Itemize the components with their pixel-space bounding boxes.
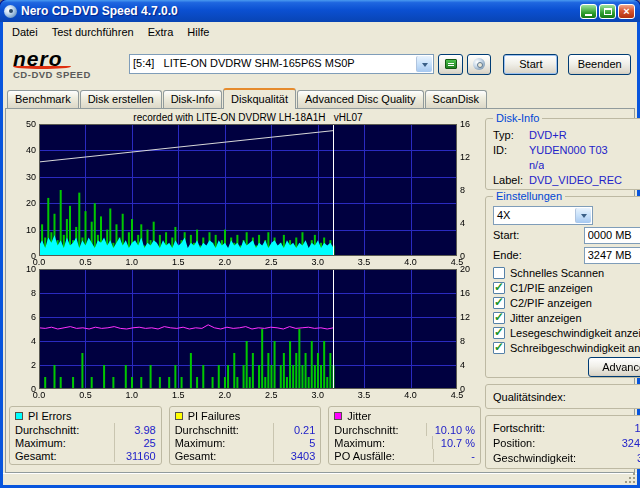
menu-extra[interactable]: Extra	[141, 25, 181, 39]
axis-tick-label: 1.0	[126, 257, 139, 267]
checkbox-box: ✓	[493, 327, 505, 339]
disc-app-icon	[4, 5, 17, 18]
stat-value: 5	[273, 436, 315, 449]
stat-label: Maximum:	[15, 437, 66, 449]
minimize-icon	[585, 14, 592, 16]
tab-disk-erstellen[interactable]: Disk erstellen	[80, 90, 162, 108]
settings-group: Einstellungen 4X ↻ Start: Ende:	[485, 196, 640, 378]
advanced-button[interactable]: Advanced	[588, 357, 640, 377]
resize-grip[interactable]	[623, 473, 637, 485]
title-bar[interactable]: Nero CD-DVD Speed 4.7.0.0 ×	[0, 0, 640, 22]
scan-speed-selector[interactable]: 4X	[493, 206, 593, 225]
axis-tick-label: 2.5	[265, 257, 278, 267]
close-button[interactable]: ×	[618, 4, 635, 19]
scan-speed-dropdown-button[interactable]	[575, 208, 591, 223]
titlebar-buttons: ×	[580, 4, 635, 19]
pi-errors-chart-canvas	[39, 124, 457, 256]
disk-firmware-value: n/a	[529, 159, 544, 171]
menu-datei[interactable]: Datei	[5, 25, 45, 39]
disc-info-button[interactable]	[438, 54, 463, 75]
drive-selector-dropdown-button[interactable]	[416, 56, 432, 72]
stat-value: 10.10 %	[426, 423, 475, 436]
axis-tick-label: 8	[31, 289, 36, 298]
checkbox-c1-pie[interactable]: ✓ C1/PIE anzeigen	[486, 280, 640, 295]
quality-index-label: Qualitätsindex:	[493, 391, 566, 403]
stat-label: PO Ausfälle:	[334, 450, 395, 462]
stat-value: 3.98	[114, 423, 156, 436]
book-icon	[445, 59, 457, 69]
axis-tick-label: 20	[26, 199, 36, 208]
pi-errors-chart: 50403020100 1612840 0.00.51.01.52.02.53.…	[9, 124, 481, 269]
minimize-button[interactable]	[580, 4, 597, 19]
pi-failures-left-axis-labels: 1086420	[9, 269, 39, 389]
window-client-area: Datei Test durchführen Extra Hilfe nero …	[3, 22, 637, 485]
statistics-row: PI Errors Durchschnitt:3.98 Maximum:25 G…	[9, 406, 481, 465]
maximize-icon	[604, 8, 612, 15]
axis-tick-label: 3.0	[311, 257, 324, 267]
speed-label: Geschwindigkeit:	[493, 452, 576, 464]
menu-hilfe[interactable]: Hilfe	[180, 25, 216, 39]
checkbox-read-speed[interactable]: ✓ Lesegeschwindigkeit anzeigen	[486, 325, 640, 340]
end-position-input[interactable]	[584, 247, 640, 264]
axis-tick-label: 1.0	[126, 390, 139, 400]
drive-selector[interactable]: [5:4] LITE-ON DVDRW SHM-165P6S MS0P	[129, 54, 434, 74]
axis-tick-label: 2.0	[219, 257, 232, 267]
axis-tick-label: 12	[460, 313, 470, 322]
menu-bar: Datei Test durchführen Extra Hilfe	[3, 22, 637, 41]
stat-value: -	[433, 449, 475, 462]
tab-scandisk[interactable]: ScanDisk	[425, 90, 487, 108]
axis-tick-label: 0.5	[79, 390, 92, 400]
pi-errors-stats-group: PI Errors Durchschnitt:3.98 Maximum:25 G…	[9, 406, 162, 465]
tab-disk-info[interactable]: Disk-Info	[163, 90, 222, 108]
maximize-button[interactable]	[599, 4, 616, 19]
checkbox-box: ✓	[493, 342, 505, 354]
chevron-down-icon	[422, 63, 428, 70]
tab-benchmark[interactable]: Benchmark	[7, 90, 79, 108]
menu-test-durchfuehren[interactable]: Test durchführen	[45, 25, 141, 39]
axis-tick-label: 12	[460, 153, 470, 162]
disk-info-label: Typ:	[493, 129, 529, 141]
progress-value: 100 %	[634, 422, 640, 434]
axis-tick-label: 4	[460, 219, 465, 228]
checkbox-jitter[interactable]: ✓ Jitter anzeigen	[486, 310, 640, 325]
checkbox-fast-scan[interactable]: ✓ Schnelles Scannen	[486, 265, 640, 280]
tab-strip: Benchmark Disk erstellen Disk-Info Diskq…	[3, 87, 637, 108]
axis-tick-label: 3.0	[311, 390, 324, 400]
progress-group: Fortschritt:100 % Position:3246 MB Gesch…	[485, 415, 640, 469]
jitter-stats-title: Jitter	[347, 410, 371, 422]
disk-info-label: ID:	[493, 144, 529, 156]
eject-disc-button[interactable]	[467, 54, 492, 75]
start-button[interactable]: Start	[503, 54, 558, 75]
scan-speed-value: 4X	[494, 207, 574, 224]
window-title: Nero CD-DVD Speed 4.7.0.0	[21, 4, 576, 18]
axis-tick-label: 8	[460, 337, 465, 346]
position-value: 3246 MB	[622, 437, 640, 449]
exit-button[interactable]: Beenden	[568, 54, 631, 75]
disk-info-caption: Disk-Info	[493, 112, 542, 125]
stat-label: Gesamt:	[15, 450, 57, 462]
stat-value: 3403	[273, 449, 315, 462]
start-position-input[interactable]	[584, 227, 640, 244]
axis-tick-label: 4	[460, 361, 465, 370]
pi-errors-stats-title: PI Errors	[28, 410, 71, 422]
pi-failures-chart: 1086420 201612840 0.00.51.01.52.02.53.03…	[9, 269, 481, 402]
axis-tick-label: 8	[460, 186, 465, 195]
axis-tick-label: 1.5	[172, 390, 185, 400]
pi-errors-x-axis-labels: 0.00.51.01.52.02.53.03.54.04.5	[39, 256, 457, 269]
app-window: Nero CD-DVD Speed 4.7.0.0 × Datei Test d…	[0, 0, 640, 488]
axis-tick-label: 3.5	[358, 257, 371, 267]
pi-errors-left-axis-labels: 50403020100	[9, 124, 39, 256]
check-icon: ✓	[494, 310, 504, 324]
nero-logo-product: CD-DVD SPEED	[13, 69, 125, 80]
disk-type-value: DVD+R	[529, 129, 567, 141]
tab-advanced-disc-quality[interactable]: Advanced Disc Quality	[297, 90, 424, 108]
checkbox-c2-pif[interactable]: ✓ C2/PIF anzeigen	[486, 295, 640, 310]
tab-diskqualitaet[interactable]: Diskqualität	[223, 88, 296, 109]
axis-tick-label: 10	[26, 265, 36, 274]
pi-failures-x-axis-labels: 0.00.51.01.52.02.53.03.54.04.5	[39, 389, 457, 402]
axis-tick-label: 2.0	[219, 390, 232, 400]
axis-tick-label: 4.0	[404, 390, 417, 400]
checkbox-write-speed[interactable]: ✓ Schreibgeschwindigkeit anzeigen	[486, 340, 640, 355]
disk-info-label: Label:	[493, 174, 529, 186]
axis-tick-label: 3.5	[358, 390, 371, 400]
